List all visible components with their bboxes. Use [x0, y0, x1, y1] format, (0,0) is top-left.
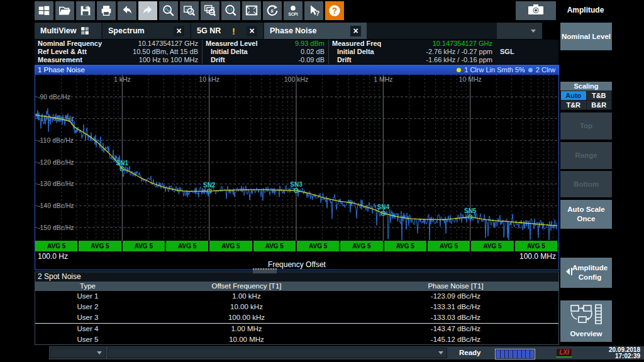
refresh-button[interactable]: s	[263, 1, 282, 20]
svg-text:SCPI: SCPI	[289, 12, 298, 16]
softkey-label: Range	[575, 151, 597, 160]
x-axis-end-label: 100.0 MHz	[519, 252, 556, 261]
tab-overflow-button[interactable]	[497, 23, 542, 39]
fullscreen-icon	[245, 4, 258, 18]
close-icon[interactable]: ×	[350, 26, 361, 36]
spot-noise-window[interactable]: 2 Spot Noise TypeOffset Frequency [T1]Ph…	[35, 272, 559, 345]
tab-label: Phase Noise	[270, 26, 316, 35]
legend-label: 1 Clrw Lin Smth 5%	[464, 65, 525, 75]
time-label: 17:02:39	[609, 353, 640, 359]
progress-bar	[495, 349, 535, 359]
info-label: Initial Delta	[329, 48, 374, 56]
svg-text:100 kHz: 100 kHz	[284, 75, 309, 83]
tab-5g-nr[interactable]: 5G NR!×	[191, 23, 263, 39]
trace-legend: 1 Clrw Lin Smth 5%2 Clrw	[457, 65, 558, 75]
svg-text:1:1: 1:1	[227, 8, 233, 11]
print-button[interactable]	[97, 1, 116, 20]
zoom-trace-button[interactable]	[159, 1, 178, 20]
open-icon	[58, 4, 72, 18]
avg-segment: AVG 5	[166, 241, 208, 251]
overview-softkey[interactable]: Overview	[560, 300, 612, 342]
auto-scale-once-softkey[interactable]: Auto Scale Once	[560, 200, 612, 229]
progress-segment	[509, 350, 513, 358]
table-cell: -145.12 dBc/Hz	[353, 334, 558, 345]
phase-noise-chart[interactable]: -90 dBc/Hz-100 dBc/Hz-110 dBc/Hz-120 dBc…	[35, 75, 557, 241]
x-axis-start-label: 100.0 Hz	[38, 252, 68, 261]
table-cell: -123.09 dBc/Hz	[353, 291, 558, 302]
svg-text:-140 dBc/Hz: -140 dBc/Hz	[38, 202, 74, 209]
svg-text:SN1: SN1	[116, 160, 129, 167]
table-row[interactable]: User 510.00 MHz-145.12 dBc/Hz	[35, 334, 558, 345]
undo-button[interactable]	[118, 1, 136, 20]
scaling-option-tandr[interactable]: T&R	[561, 101, 586, 109]
table-cell: 1.00 MHz	[140, 324, 353, 334]
info-row: Measured Freq10.147354127 GHz	[329, 40, 558, 48]
svg-text:-120 dBc/Hz: -120 dBc/Hz	[38, 158, 74, 166]
windows-button[interactable]	[35, 1, 53, 20]
table-cell: User 2	[35, 302, 140, 312]
svg-text:1 MHz: 1 MHz	[374, 75, 392, 83]
progress-segment	[526, 350, 530, 358]
table-cell: User 4	[35, 324, 140, 334]
sgl-badge: SGL	[500, 48, 514, 55]
tab-phase-noise[interactable]: Phase Noise×	[264, 23, 367, 39]
zoom-area-button[interactable]	[180, 1, 199, 20]
info-row: Nominal Frequency10.147354127 GHz	[35, 40, 202, 48]
context-help-button[interactable]: ?	[304, 1, 323, 20]
svg-text:SN2: SN2	[203, 182, 216, 189]
info-value: 10.50 dBm, Att 15 dB	[133, 48, 202, 56]
avg-segment: AVG 5	[253, 241, 296, 251]
help-button[interactable]: ?	[325, 1, 344, 20]
scaling-option-bandr[interactable]: B&R	[587, 101, 612, 109]
table-row[interactable]: User 210.00 kHz-133.31 dBc/Hz	[35, 302, 558, 312]
close-icon[interactable]: ×	[174, 26, 184, 36]
info-value: 10.147354127 GHz	[433, 40, 558, 48]
tab-spectrum[interactable]: Spectrum×	[103, 23, 190, 39]
info-label: Nominal Frequency	[35, 40, 102, 48]
info-row: Ref Level & Att10.50 dBm, Att 15 dB	[35, 48, 202, 56]
screenshot-button[interactable]	[516, 1, 556, 20]
table-row[interactable]: User 11.00 kHz-123.09 dBc/Hz	[35, 291, 558, 302]
refresh-icon: s	[265, 4, 279, 18]
info-row: Initial Delta0.02 dB	[203, 48, 328, 56]
info-row: Measured Level9.93 dBm	[203, 40, 328, 48]
svg-text:-90 dBc/Hz: -90 dBc/Hz	[38, 93, 70, 101]
table-row[interactable]: User 3100.00 kHz-133.03 dBc/Hz	[35, 312, 558, 323]
softkey-label: Overview	[570, 329, 602, 339]
progress-segment	[496, 350, 500, 358]
zoom-multi-button[interactable]	[201, 1, 219, 20]
scaling-option-tandb[interactable]: T&B	[587, 91, 612, 100]
window-title: 1 Phase Noise	[38, 65, 85, 75]
info-label: Ref Level & Att	[35, 48, 87, 56]
phase-noise-window[interactable]: 1 Phase Noise 1 Clrw Lin Smth 5%2 Clrw -…	[35, 65, 559, 270]
scpi-button[interactable]: SCPI	[284, 1, 303, 20]
softkey-label: Auto Scale Once	[560, 205, 612, 224]
scaling-option-auto[interactable]: Auto	[561, 91, 586, 100]
date-time: 20.09.2018 17:02:39	[609, 347, 640, 359]
table-row[interactable]: User 41.00 MHz-143.47 dBc/Hz	[35, 323, 558, 334]
redo-button	[138, 1, 157, 20]
status-dropdown-left[interactable]	[50, 348, 106, 358]
spot-noise-table-header: TypeOffset Frequency [T1]Phase Noise [T1…	[35, 282, 558, 291]
save-button[interactable]	[76, 1, 95, 20]
status-dropdown-message[interactable]	[108, 348, 447, 358]
open-button[interactable]	[55, 1, 74, 20]
svg-text:SN5: SN5	[464, 207, 477, 214]
table-column-header: Type	[35, 282, 140, 291]
tab-label: MultiView	[40, 26, 76, 35]
zoom-1to1-button[interactable]: 1:1	[221, 1, 240, 20]
redo-icon	[141, 4, 155, 18]
nominal-level-softkey[interactable]: Nominal Level	[560, 23, 612, 50]
scpi-icon: SCPI	[286, 4, 300, 18]
table-cell: User 1	[35, 291, 140, 302]
x-axis-title: Frequency Offset	[35, 260, 558, 269]
lxi-logo: LXI	[556, 348, 572, 358]
close-icon[interactable]: ×	[247, 26, 257, 36]
window-title: 2 Spot Noise	[35, 272, 558, 282]
avg-segment: AVG 5	[515, 241, 557, 251]
amplitude-config-softkey[interactable]: Amplitude Config	[560, 258, 612, 288]
fullscreen-button[interactable]	[242, 1, 261, 20]
tab-multiview[interactable]: MultiView	[35, 23, 101, 39]
window-splitter-handle[interactable]	[253, 268, 277, 273]
zoom-1to1-icon: 1:1	[224, 4, 238, 18]
